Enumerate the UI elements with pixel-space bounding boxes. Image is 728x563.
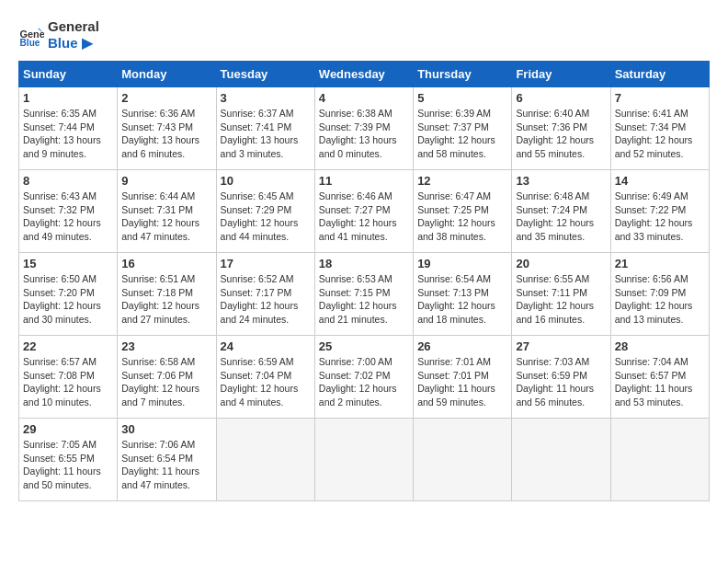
weekday-header: Monday [118,62,216,87]
day-number: 7 [615,91,705,105]
calendar-cell: 4 Sunrise: 6:38 AM Sunset: 7:39 PM Dayli… [314,87,413,170]
calendar-cell: 12 Sunrise: 6:47 AM Sunset: 7:25 PM Dayl… [414,170,512,253]
day-info: Sunrise: 6:38 AM Sunset: 7:39 PM Dayligh… [319,107,409,161]
day-info: Sunrise: 6:58 AM Sunset: 7:06 PM Dayligh… [121,355,211,409]
day-info: Sunrise: 7:00 AM Sunset: 7:02 PM Dayligh… [319,355,409,409]
day-number: 9 [121,174,211,188]
calendar-cell: 27 Sunrise: 7:03 AM Sunset: 6:59 PM Dayl… [512,336,610,419]
calendar-cell: 19 Sunrise: 6:54 AM Sunset: 7:13 PM Dayl… [414,253,512,336]
day-info: Sunrise: 6:44 AM Sunset: 7:31 PM Dayligh… [121,190,211,244]
calendar-cell: 17 Sunrise: 6:52 AM Sunset: 7:17 PM Dayl… [216,253,314,336]
weekday-header: Sunday [19,62,118,87]
day-number: 6 [516,91,606,105]
day-info: Sunrise: 6:39 AM Sunset: 7:37 PM Dayligh… [417,107,507,161]
calendar-cell [610,419,709,501]
weekday-header: Thursday [414,62,512,87]
day-number: 8 [23,174,113,188]
calendar-cell: 6 Sunrise: 6:40 AM Sunset: 7:36 PM Dayli… [512,87,610,170]
logo-blue: Blue ▶ [48,35,99,52]
day-number: 25 [319,339,409,353]
day-info: Sunrise: 6:48 AM Sunset: 7:24 PM Dayligh… [516,190,606,244]
day-info: Sunrise: 6:37 AM Sunset: 7:41 PM Dayligh… [221,107,311,161]
calendar-cell: 20 Sunrise: 6:55 AM Sunset: 7:11 PM Dayl… [512,253,610,336]
day-info: Sunrise: 6:51 AM Sunset: 7:18 PM Dayligh… [121,272,211,327]
calendar-week-row: 29 Sunrise: 7:05 AM Sunset: 6:55 PM Dayl… [19,419,710,501]
calendar-cell: 30 Sunrise: 7:06 AM Sunset: 6:54 PM Dayl… [118,419,216,501]
day-number: 10 [221,174,311,188]
calendar-cell: 10 Sunrise: 6:45 AM Sunset: 7:29 PM Dayl… [216,170,314,253]
calendar-header: SundayMondayTuesdayWednesdayThursdayFrid… [19,62,710,87]
day-info: Sunrise: 6:43 AM Sunset: 7:32 PM Dayligh… [23,190,113,244]
calendar-cell: 14 Sunrise: 6:49 AM Sunset: 7:22 PM Dayl… [610,170,709,253]
calendar-cell: 22 Sunrise: 6:57 AM Sunset: 7:08 PM Dayl… [19,336,118,419]
day-info: Sunrise: 6:35 AM Sunset: 7:44 PM Dayligh… [23,107,113,161]
calendar-cell: 3 Sunrise: 6:37 AM Sunset: 7:41 PM Dayli… [216,87,314,170]
day-info: Sunrise: 7:06 AM Sunset: 6:54 PM Dayligh… [121,438,211,492]
calendar-cell: 26 Sunrise: 7:01 AM Sunset: 7:01 PM Dayl… [414,336,512,419]
day-number: 13 [516,174,606,188]
day-info: Sunrise: 6:59 AM Sunset: 7:04 PM Dayligh… [221,355,311,409]
day-number: 21 [615,257,705,270]
day-number: 26 [417,339,507,353]
calendar-cell: 1 Sunrise: 6:35 AM Sunset: 7:44 PM Dayli… [19,87,118,170]
weekday-header: Saturday [610,62,709,87]
day-info: Sunrise: 6:49 AM Sunset: 7:22 PM Dayligh… [615,190,705,244]
day-number: 5 [417,91,507,105]
day-number: 14 [615,174,705,188]
calendar-cell: 25 Sunrise: 7:00 AM Sunset: 7:02 PM Dayl… [314,336,413,419]
day-number: 11 [319,174,409,188]
calendar-cell: 18 Sunrise: 6:53 AM Sunset: 7:15 PM Dayl… [314,253,413,336]
day-number: 24 [221,339,311,353]
day-number: 20 [516,257,606,270]
day-info: Sunrise: 6:54 AM Sunset: 7:13 PM Dayligh… [417,272,507,327]
day-number: 30 [121,422,211,436]
calendar-cell: 9 Sunrise: 6:44 AM Sunset: 7:31 PM Dayli… [118,170,216,253]
day-info: Sunrise: 6:47 AM Sunset: 7:25 PM Dayligh… [417,190,507,244]
calendar-week-row: 15 Sunrise: 6:50 AM Sunset: 7:20 PM Dayl… [19,253,710,336]
day-number: 16 [121,257,211,270]
svg-text:Blue: Blue [20,38,40,48]
weekday-header: Tuesday [216,62,314,87]
calendar-week-row: 1 Sunrise: 6:35 AM Sunset: 7:44 PM Dayli… [19,87,710,170]
day-info: Sunrise: 6:55 AM Sunset: 7:11 PM Dayligh… [516,272,606,327]
calendar-week-row: 22 Sunrise: 6:57 AM Sunset: 7:08 PM Dayl… [19,336,710,419]
calendar-cell [512,419,610,501]
calendar-cell: 29 Sunrise: 7:05 AM Sunset: 6:55 PM Dayl… [19,419,118,501]
day-info: Sunrise: 6:52 AM Sunset: 7:17 PM Dayligh… [221,272,311,327]
day-info: Sunrise: 6:40 AM Sunset: 7:36 PM Dayligh… [516,107,606,161]
calendar-cell: 11 Sunrise: 6:46 AM Sunset: 7:27 PM Dayl… [314,170,413,253]
day-info: Sunrise: 7:05 AM Sunset: 6:55 PM Dayligh… [23,438,113,492]
day-info: Sunrise: 6:57 AM Sunset: 7:08 PM Dayligh… [23,355,113,409]
calendar-cell: 21 Sunrise: 6:56 AM Sunset: 7:09 PM Dayl… [610,253,709,336]
calendar-cell: 24 Sunrise: 6:59 AM Sunset: 7:04 PM Dayl… [216,336,314,419]
day-number: 17 [221,257,311,270]
day-number: 4 [319,91,409,105]
day-number: 15 [23,257,113,270]
day-number: 22 [23,339,113,353]
calendar-cell: 15 Sunrise: 6:50 AM Sunset: 7:20 PM Dayl… [19,253,118,336]
calendar-cell: 16 Sunrise: 6:51 AM Sunset: 7:18 PM Dayl… [118,253,216,336]
day-info: Sunrise: 6:46 AM Sunset: 7:27 PM Dayligh… [319,190,409,244]
logo-general: General [48,18,99,35]
day-info: Sunrise: 7:03 AM Sunset: 6:59 PM Dayligh… [516,355,606,409]
day-number: 28 [615,339,705,353]
day-info: Sunrise: 6:41 AM Sunset: 7:34 PM Dayligh… [615,107,705,161]
day-info: Sunrise: 6:53 AM Sunset: 7:15 PM Dayligh… [319,272,409,327]
weekday-header: Friday [512,62,610,87]
day-number: 12 [417,174,507,188]
day-number: 18 [319,257,409,270]
day-info: Sunrise: 7:01 AM Sunset: 7:01 PM Dayligh… [417,355,507,409]
calendar-cell: 7 Sunrise: 6:41 AM Sunset: 7:34 PM Dayli… [610,87,709,170]
calendar-cell: 8 Sunrise: 6:43 AM Sunset: 7:32 PM Dayli… [19,170,118,253]
calendar-cell [414,419,512,501]
calendar-week-row: 8 Sunrise: 6:43 AM Sunset: 7:32 PM Dayli… [19,170,710,253]
day-number: 27 [516,339,606,353]
calendar-cell [216,419,314,501]
day-number: 29 [23,422,113,436]
calendar-cell [314,419,413,501]
logo-icon: General Blue [18,22,44,48]
calendar-cell: 2 Sunrise: 6:36 AM Sunset: 7:43 PM Dayli… [118,87,216,170]
day-number: 2 [121,91,211,105]
calendar-table: SundayMondayTuesdayWednesdayThursdayFrid… [18,61,710,501]
calendar-cell: 23 Sunrise: 6:58 AM Sunset: 7:06 PM Dayl… [118,336,216,419]
